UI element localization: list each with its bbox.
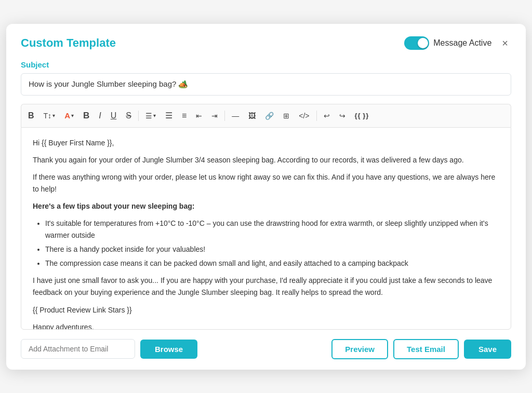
para2: If there was anything wrong with your or…	[33, 171, 499, 195]
close-button[interactable]: ×	[499, 37, 511, 49]
tips-list: It's suitable for temperatures from +10°…	[45, 218, 499, 269]
toolbar-font-size[interactable]: T↕▾	[40, 110, 59, 122]
review-tag-line: {{ Product Review Link Stars }}	[33, 304, 499, 316]
toggle-thumb	[418, 38, 428, 48]
message-active-toggle[interactable]	[404, 36, 429, 50]
email-editor[interactable]: Hi {{ Buyer First Name }}, Thank you aga…	[21, 127, 511, 330]
toolbar-unordered-list[interactable]: ≡	[178, 109, 190, 123]
message-active-label: Message Active	[433, 38, 491, 48]
toolbar-font-color[interactable]: A▾	[61, 109, 77, 122]
custom-template-modal: Custom Template Message Active × Subject…	[6, 24, 526, 370]
preview-button[interactable]: Preview	[331, 339, 388, 359]
subject-input[interactable]	[21, 73, 511, 96]
browse-button[interactable]: Browse	[140, 340, 197, 359]
toolbar-strikethrough-btn[interactable]: S	[122, 109, 135, 123]
attachment-input[interactable]	[21, 339, 135, 359]
toolbar-align[interactable]: ☰▾	[142, 110, 159, 122]
toolbar-ordered-list[interactable]: ☰	[162, 109, 176, 123]
tip-3: The compression case means it can be pac…	[45, 258, 499, 269]
modal-title: Custom Template	[21, 36, 116, 50]
toolbar-code[interactable]: </>	[295, 110, 313, 122]
tip-2: There is a handy pocket inside for your …	[45, 243, 499, 255]
toolbar-image[interactable]: 🖼	[245, 110, 259, 122]
para1: Thank you again for your order of Jungle…	[33, 154, 499, 166]
toolbar-divider[interactable]: —	[228, 110, 243, 122]
test-email-button[interactable]: Test Email	[393, 339, 459, 359]
modal-header: Custom Template Message Active ×	[21, 36, 511, 50]
subject-section: Subject	[21, 60, 511, 104]
editor-toolbar: B T↕▾ A▾ B I U S ☰▾ ☰ ≡ ⇤ ⇥ —	[21, 104, 511, 127]
bold-heading: Here's a few tips about your new sleepin…	[33, 200, 499, 212]
toolbar-link[interactable]: 🔗	[261, 110, 277, 122]
toolbar-underline-btn[interactable]: U	[107, 109, 121, 123]
toolbar-sep-3	[316, 111, 317, 121]
toolbar-bold-btn[interactable]: B	[79, 109, 93, 123]
toolbar-redo[interactable]: ↪	[336, 110, 349, 122]
greeting-line: Hi {{ Buyer First Name }},	[33, 137, 499, 149]
toolbar-undo[interactable]: ↩	[320, 110, 334, 122]
toolbar-table[interactable]: ⊞	[280, 110, 293, 122]
header-right: Message Active ×	[404, 36, 511, 50]
closing-line: Happy adventures,	[33, 321, 499, 330]
toolbar-indent-right[interactable]: ⇥	[208, 110, 221, 122]
subject-label: Subject	[21, 60, 511, 69]
toolbar-sep-2	[224, 111, 225, 121]
save-button[interactable]: Save	[464, 340, 511, 359]
footer-left: Browse	[21, 339, 325, 359]
toolbar-italic-btn[interactable]: I	[95, 109, 104, 123]
para3: I have just one small favor to ask you..…	[33, 275, 499, 299]
toggle-group: Message Active	[404, 36, 491, 50]
footer-right: Preview Test Email Save	[331, 339, 511, 359]
toolbar-template-vars[interactable]: {{ }}	[351, 110, 373, 121]
toolbar-indent-left[interactable]: ⇤	[192, 110, 206, 122]
product-review-link-stars-tag: {{ Product Review Link Stars }}	[33, 306, 132, 314]
toolbar-sep-1	[138, 111, 139, 121]
tip-1: It's suitable for temperatures from +10°…	[45, 218, 499, 241]
toolbar-bold[interactable]: B	[24, 109, 38, 123]
modal-footer: Browse Preview Test Email Save	[21, 339, 511, 359]
